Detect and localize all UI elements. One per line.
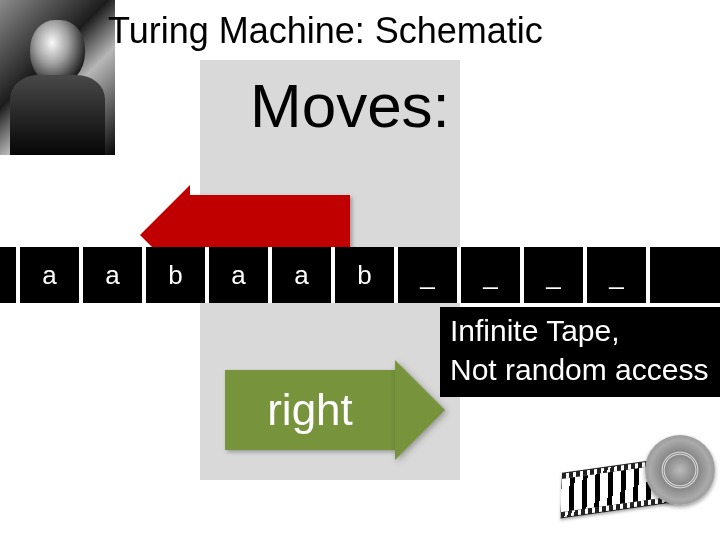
tape-cell: a [20, 247, 83, 303]
moves-label: Moves: [250, 70, 450, 141]
tape-cell: _ [398, 247, 461, 303]
tape-cell: a [209, 247, 272, 303]
tape-cell [0, 247, 20, 303]
tape-cell: _ [524, 247, 587, 303]
slide-title: Turing Machine: Schematic [108, 10, 543, 52]
tape-cell: _ [461, 247, 524, 303]
tape: a a b a a b _ _ _ _ [0, 247, 720, 303]
tape-cell: a [83, 247, 146, 303]
right-label: right [267, 385, 353, 435]
right-arrow-body: right [225, 370, 395, 450]
film-reel-icon [645, 435, 715, 505]
info-line1: Infinite Tape, [450, 311, 720, 350]
tape-roll-image [560, 405, 715, 525]
info-line2: Not random access [450, 350, 720, 389]
info-caption: Infinite Tape, Not random access [440, 307, 720, 397]
tape-cell: b [146, 247, 209, 303]
right-arrow-head [395, 360, 445, 460]
tape-cell: b [335, 247, 398, 303]
tape-cell: a [272, 247, 335, 303]
tape-cell: _ [587, 247, 650, 303]
turing-portrait [0, 0, 115, 155]
